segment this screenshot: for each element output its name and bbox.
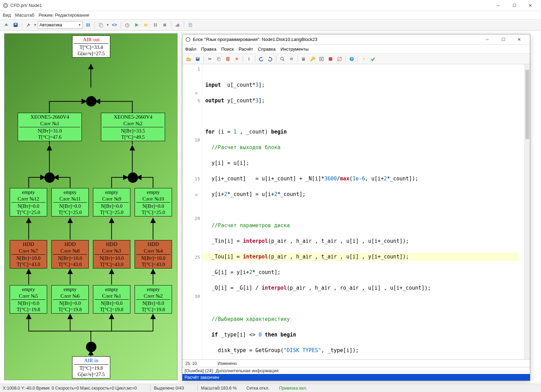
timer-button[interactable]	[123, 21, 131, 29]
menu-mode[interactable]: Режим: Редактирование	[38, 12, 89, 18]
split-node-bottom[interactable]	[86, 342, 96, 352]
editor-titlebar[interactable]: Блок "Язык программирования": Node1.Disk…	[182, 34, 530, 45]
node-hdd-3[interactable]: HDD Слот №3 N[Вт]=10.0 T[°C]=43.0	[93, 240, 130, 269]
chart-button[interactable]	[173, 21, 182, 29]
editor-menu-calc[interactable]: Расчёт	[239, 46, 253, 52]
editor-minimize-button[interactable]: ─	[479, 34, 495, 45]
breakpoint-icon[interactable]	[326, 55, 335, 63]
node-hdd-8[interactable]: HDD Слот №8 N[Вт]=10.0 T[°C]=43.0	[51, 240, 89, 269]
merge-node-right[interactable]	[128, 172, 138, 183]
node-air-out[interactable]: AIR out T[°C]=33.4 G[кг/ч]=27.5	[72, 35, 110, 58]
nobreakpoint-icon[interactable]	[335, 55, 344, 63]
main-menubar: Вид Масштаб Режим: Редактирование	[0, 11, 541, 19]
svg-rect-39	[218, 58, 220, 61]
done-message[interactable]: Расчёт закончен	[182, 374, 530, 381]
editor-menubar: Файл Правка Поиск Расчёт Справка Инструм…	[182, 45, 530, 54]
node-xeon-1[interactable]: XEONE5-2660V4 Слот №1 N[Вт]=31.0 T[°C]=4…	[18, 113, 82, 141]
air-in-t: T[°C]=19.8	[74, 365, 109, 371]
editor-scrollbar[interactable]	[524, 64, 530, 359]
editor-menu-tools[interactable]: Инструменты	[281, 46, 309, 52]
svg-rect-14	[179, 25, 180, 27]
editor-close-button[interactable]: ✕	[511, 34, 527, 45]
svg-line-48	[338, 57, 341, 61]
code-button[interactable]: <>	[110, 21, 119, 29]
node-empty-6[interactable]: empty Слот №6 N[Вт]=0.0 T[°C]=19.8	[51, 285, 89, 314]
flow-diagram[interactable]: AIR out T[°C]=33.4 G[кг/ч]=27.5 XEONE5-2…	[4, 33, 178, 380]
paste-icon[interactable]	[224, 55, 232, 63]
save-icon[interactable]	[194, 55, 202, 63]
copy-button[interactable]	[97, 21, 105, 29]
align-button[interactable]	[84, 21, 92, 29]
status-snap: Привязка вкл.	[279, 386, 307, 391]
main-statusbar: X:1008.0 Y:-40.0 Время: 0 Скорость=0 Мак…	[0, 384, 541, 392]
node-xeon-2[interactable]: XEONE5-2660V4 Слот №2 N[Вт]=33.5 T[°C]=4…	[101, 113, 165, 141]
replace-icon[interactable]	[287, 55, 295, 63]
node-air-in[interactable]: AIR in T[°C]=19.8 G[кг/ч]=27.5	[72, 356, 110, 378]
maximize-button[interactable]: ☐	[506, 0, 522, 11]
cut-icon[interactable]: ✂	[206, 55, 214, 63]
svg-rect-10	[163, 24, 166, 26]
air-out-title: AIR out	[74, 36, 109, 43]
air-out-t: T[°C]=33.4	[74, 44, 109, 50]
info-icon[interactable]: i	[245, 55, 253, 63]
editor-menu-file[interactable]: Файл	[185, 46, 196, 52]
lightning-icon[interactable]	[360, 55, 368, 63]
open-icon[interactable]	[184, 55, 193, 63]
run-icon[interactable]	[317, 55, 326, 63]
tools-button[interactable]	[24, 21, 33, 29]
editor-icon	[185, 37, 191, 42]
stop-button[interactable]	[161, 21, 169, 29]
delete-icon[interactable]: ✕	[233, 55, 241, 63]
close-button[interactable]: ✕	[522, 0, 538, 11]
help-icon[interactable]: ?	[347, 55, 356, 63]
node-hdd-4[interactable]: HDD Слот №4 N[Вт]=10.0 T[°C]=43.0	[135, 240, 172, 269]
redo-icon[interactable]	[266, 55, 274, 63]
svg-line-42	[283, 60, 284, 61]
svg-rect-3	[86, 23, 88, 27]
menu-view[interactable]: Вид	[3, 12, 11, 18]
svg-rect-40	[226, 57, 229, 61]
node-empty-9[interactable]: empty Слот №9 N[Вт]=0.0 T[°C]=25.0	[93, 188, 130, 216]
editor-menu-edit[interactable]: Правка	[201, 46, 216, 52]
error-message[interactable]: [Ошибка] (24): Дополнительная информация	[182, 367, 530, 374]
svg-rect-46	[329, 57, 332, 61]
node-empty-1[interactable]: empty Слот №1 N[Вт]=0.0 T[°C]=19.8	[93, 285, 130, 314]
menu-scale[interactable]: Масштаб	[15, 12, 35, 18]
editor-maximize-button[interactable]: ☐	[495, 34, 511, 45]
node-empty-12[interactable]: empty Слот №12 N[Вт]=0.0 T[°C]=25.0	[10, 188, 47, 216]
node-empty-10[interactable]: empty Слот №10 N[Вт]=0.0 T[°C]=25.0	[135, 188, 172, 216]
calculator-icon[interactable]	[299, 55, 308, 63]
status-zoom: Масштаб:183.6 %	[201, 386, 237, 391]
mode-combo[interactable]: Автоматика ▼	[38, 21, 83, 29]
undo-icon[interactable]	[257, 55, 265, 63]
code-text[interactable]: input u[_count*3]; output y[_count*3]; f…	[203, 64, 524, 359]
editor-menu-help[interactable]: Справка	[258, 46, 276, 52]
key-icon[interactable]: 🔑	[308, 55, 317, 63]
save-button[interactable]	[11, 21, 20, 29]
node-empty-11[interactable]: empty Слот №11 N[Вт]=0.0 T[°C]=25.0	[51, 188, 89, 216]
fastforward-button[interactable]	[142, 21, 150, 29]
cursor-pos: 25: 10	[185, 361, 197, 366]
editor-menu-search[interactable]: Поиск	[221, 46, 234, 52]
air-in-title: AIR in	[74, 357, 109, 364]
app-icon	[3, 3, 8, 8]
status-grid: Сетка откл.	[246, 386, 269, 391]
code-area[interactable]: 1 ⊟ 5 10 15 ⊟ 20 25 30 input u[_count*3]…	[182, 64, 530, 359]
find-icon[interactable]	[278, 55, 286, 63]
minimize-button[interactable]: ─	[490, 0, 506, 11]
svg-rect-12	[177, 24, 178, 27]
node-empty-2[interactable]: empty Слот №2 N[Вт]=0.0 T[°C]=19.8	[135, 285, 172, 314]
node-hdd-7[interactable]: HDD Слот №7 N[Вт]=10.0 T[°C]=43.0	[10, 240, 47, 269]
modified-label: Изменено	[217, 361, 237, 366]
up-button[interactable]	[2, 21, 10, 29]
check-icon[interactable]	[369, 55, 377, 63]
node-empty-5[interactable]: empty Слот №5 N[Вт]=0.0 T[°C]=19.8	[10, 285, 47, 314]
window-title: CFD.prt/ Node1	[10, 3, 490, 8]
merge-node-top[interactable]	[86, 96, 96, 106]
copy-icon[interactable]	[215, 55, 223, 63]
play-button[interactable]	[132, 21, 141, 29]
document-button[interactable]	[186, 21, 195, 29]
merge-node-left[interactable]	[44, 172, 55, 183]
pause-button[interactable]	[151, 21, 160, 29]
svg-rect-11	[176, 25, 177, 27]
